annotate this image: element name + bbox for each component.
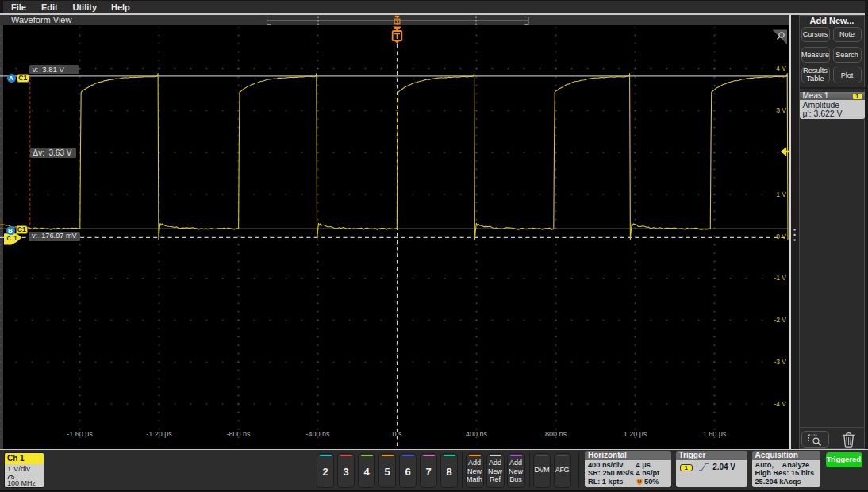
svg-text:U: U (637, 479, 640, 484)
